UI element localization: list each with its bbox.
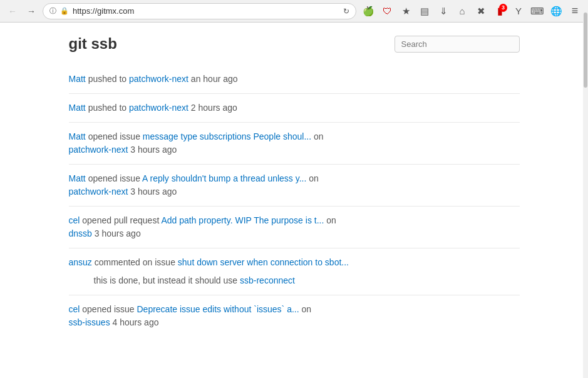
extension-icon-2[interactable]: 🛡 <box>379 3 395 19</box>
address-bar: ⓘ 🔒 https://gitmx.com ↻ <box>43 3 356 19</box>
back-button[interactable]: ← <box>5 4 20 19</box>
target-link[interactable]: Add path property. WIP The purpose is t.… <box>161 215 324 225</box>
bookmark-star-icon[interactable]: ★ <box>398 3 414 19</box>
quote-link[interactable]: ssb-reconnect <box>240 275 295 285</box>
actor-link[interactable]: Matt <box>69 103 86 113</box>
browser-chrome: ← → ⓘ 🔒 https://gitmx.com ↻ 🍏 🛡 ★ ▤ ⇓ ⌂ … <box>0 0 588 23</box>
scrollbar[interactable] <box>583 0 588 349</box>
timestamp: 3 hours ago <box>130 186 177 197</box>
search-input[interactable] <box>395 36 520 53</box>
repo-link[interactable]: patchwork-next <box>69 186 128 197</box>
target-link[interactable]: patchwork-next <box>129 74 188 84</box>
lock-icon: 🔒 <box>60 7 69 15</box>
keyboard-icon[interactable]: ⌨ <box>529 3 545 19</box>
actor-link[interactable]: Matt <box>69 131 86 141</box>
bookmark-list-icon[interactable]: ▤ <box>416 3 433 19</box>
action-text: opened pull request <box>82 215 159 225</box>
quote-block: this is done, but instead it should use … <box>94 274 520 287</box>
action-text: opened issue <box>88 173 140 183</box>
activity-item: Matt pushed to patchwork-next an hour ag… <box>69 65 520 94</box>
activity-item: Matt opened issue A reply shouldn't bump… <box>69 165 520 207</box>
timestamp: an hour ago <box>191 74 238 84</box>
timestamp: 2 hours ago <box>191 103 237 113</box>
home-icon[interactable]: ⌂ <box>454 3 470 19</box>
actor-link[interactable]: cel <box>69 304 80 314</box>
activity-item: cel opened pull request Add path propert… <box>69 207 520 248</box>
translate-icon[interactable]: 🌐 <box>548 3 564 19</box>
page-title: git ssb <box>69 35 117 53</box>
yandex-icon[interactable]: Y <box>510 3 527 19</box>
actor-link[interactable]: Matt <box>69 173 86 183</box>
notification-icon[interactable]: ▮ 3 <box>492 3 508 19</box>
actor-link[interactable]: Matt <box>69 74 86 84</box>
action-text: pushed to <box>88 103 127 113</box>
address-url[interactable]: https://gitmx.com <box>73 6 339 16</box>
target-link[interactable]: patchwork-next <box>129 103 188 113</box>
repo-link[interactable]: patchwork-next <box>69 145 128 155</box>
activity-item: Matt opened issue message type subscript… <box>69 123 520 165</box>
timestamp: 3 hours ago <box>95 228 141 238</box>
reload-button[interactable]: ↻ <box>343 7 349 16</box>
activity-item: Matt pushed to patchwork-next 2 hours ag… <box>69 94 520 123</box>
page-content: git ssb Matt pushed to patchwork-next an… <box>56 23 532 349</box>
download-icon[interactable]: ⇓ <box>435 3 451 19</box>
repo-link[interactable]: ssb-issues <box>69 317 110 327</box>
action-text: opened issue <box>82 304 134 314</box>
target-link[interactable]: message type subscriptions People shoul.… <box>143 131 311 141</box>
repo-link[interactable]: dnssb <box>69 228 92 238</box>
menu-button[interactable]: ≡ <box>567 3 583 19</box>
target-link[interactable]: A reply shouldn't bump a thread unless y… <box>142 173 306 183</box>
target-link[interactable]: shut down server when connection to sbot… <box>178 257 349 267</box>
scroll-thumb[interactable] <box>584 13 587 88</box>
notification-badge: 3 <box>499 4 507 12</box>
timestamp: 3 hours ago <box>130 145 177 155</box>
action-text: commented on issue <box>95 257 175 267</box>
browser-toolbar: 🍏 🛡 ★ ▤ ⇓ ⌂ ✖ ▮ 3 Y ⌨ 🌐 ≡ <box>360 3 583 19</box>
page-header: git ssb <box>69 35 520 53</box>
action-text: opened issue <box>88 131 140 141</box>
actor-link[interactable]: ansuz <box>69 257 92 267</box>
target-link[interactable]: Deprecate issue edits without `issues` a… <box>137 304 299 314</box>
timestamp: 4 hours ago <box>113 317 159 327</box>
pocket-icon[interactable]: ✖ <box>473 3 489 19</box>
activity-item: cel opened issue Deprecate issue edits w… <box>69 295 520 337</box>
action-text: pushed to <box>88 74 127 84</box>
forward-button[interactable]: → <box>24 4 39 19</box>
activity-item: ansuz commented on issue shut down serve… <box>69 248 520 295</box>
extension-icon-1[interactable]: 🍏 <box>360 3 376 19</box>
activity-list: Matt pushed to patchwork-next an hour ag… <box>69 65 520 337</box>
info-icon: ⓘ <box>49 6 56 16</box>
actor-link[interactable]: cel <box>69 215 80 225</box>
